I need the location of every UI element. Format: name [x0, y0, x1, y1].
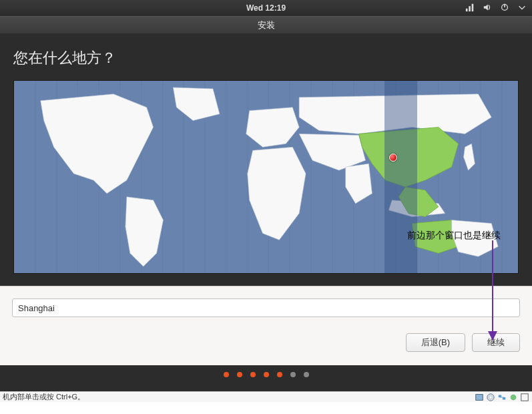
svg-marker-30: [488, 331, 497, 341]
svg-rect-34: [499, 395, 501, 397]
svg-rect-0: [466, 8, 468, 11]
button-row: 后退(B) 继续: [12, 333, 520, 352]
svg-point-37: [511, 394, 517, 400]
network-icon[interactable]: [465, 3, 475, 14]
pager-dot: [237, 372, 242, 377]
window-title: 安装: [258, 19, 275, 31]
page-indicator: [0, 365, 532, 387]
pager-dot: [290, 372, 296, 377]
svg-rect-31: [476, 394, 483, 400]
pager-dot: [304, 372, 309, 377]
svg-point-33: [490, 396, 492, 398]
svg-rect-38: [521, 393, 529, 401]
host-hint: 机内部单击或按 Ctrl+G。: [3, 392, 85, 402]
pager-dot: [277, 372, 282, 377]
bottom-panel: 后退(B) 继续: [0, 286, 532, 365]
location-input[interactable]: [12, 298, 520, 317]
selected-timezone-band: [384, 81, 417, 273]
host-statusbar: 机内部单击或按 Ctrl+G。: [0, 391, 532, 402]
back-button[interactable]: 后退(B): [406, 333, 465, 352]
host-tray: [475, 393, 529, 402]
annotation-arrow: [485, 240, 501, 341]
pager-dot: [224, 372, 229, 377]
svg-rect-2: [472, 3, 474, 11]
usb-icon[interactable]: [509, 393, 518, 402]
net-icon[interactable]: [497, 393, 507, 402]
top-menu-bar: Wed 12:19: [0, 0, 532, 16]
chevron-down-icon[interactable]: [517, 3, 527, 14]
pager-dot: [264, 372, 269, 377]
disk-icon[interactable]: [475, 393, 484, 402]
volume-icon[interactable]: [483, 3, 492, 14]
page-heading: 您在什么地方？: [13, 48, 519, 68]
installer-content: 您在什么地方？: [0, 33, 532, 286]
svg-rect-35: [503, 397, 505, 400]
window-titlebar: 安装: [0, 16, 532, 33]
world-map-svg: [14, 81, 518, 273]
svg-rect-1: [469, 6, 471, 11]
system-tray: [465, 3, 527, 14]
power-icon[interactable]: [500, 3, 509, 14]
pager-dot: [250, 372, 256, 377]
clock: Wed 12:19: [246, 3, 286, 13]
cd-icon[interactable]: [486, 393, 495, 402]
fullscreen-icon[interactable]: [520, 393, 529, 402]
timezone-map[interactable]: [13, 80, 519, 274]
